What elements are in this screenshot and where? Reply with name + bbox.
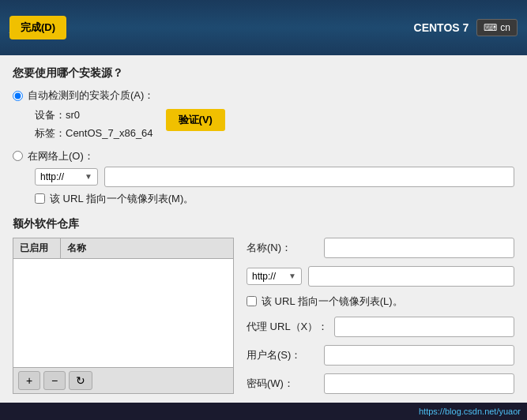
status-bar: https://blog.csdn.net/yuaor [0, 403, 527, 420]
source-question: 您要使用哪个安装源？ [13, 66, 514, 81]
keyboard-icon: ⌨ [484, 22, 497, 33]
detail-proxy-input[interactable] [334, 317, 514, 337]
chevron-down-icon: ▼ [85, 172, 92, 181]
detail-http-select[interactable]: http:// ▼ [247, 268, 302, 285]
remove-repo-button[interactable]: − [43, 371, 66, 390]
header-right: CENTOS 7 ⌨ cn [414, 19, 518, 36]
detail-chevron-down-icon: ▼ [288, 272, 296, 280]
main-content: 您要使用哪个安装源？ 自动检测到的安装介质(A)： 设备：sr0 标签：Cent… [0, 55, 527, 403]
device-label: 设备：sr0 [35, 106, 153, 124]
status-text: https://blog.csdn.net/yuaor [419, 407, 521, 416]
header: 安装源 完成(D) CENTOS 7 ⌨ cn [0, 0, 527, 55]
lang-badge[interactable]: ⌨ cn [476, 19, 518, 36]
add-repo-button[interactable]: + [18, 371, 40, 390]
lang-label: cn [500, 22, 510, 33]
device-lines: 设备：sr0 标签：CentOS_7_x86_64 [35, 106, 153, 143]
col-header-enabled: 已启用 [13, 238, 61, 258]
repos-list-footer: + − ↻ [13, 367, 233, 393]
detail-url-row: http:// ▼ [247, 266, 514, 287]
mirror-checkbox[interactable] [35, 193, 45, 204]
detail-mirror-row: 该 URL 指向一个镜像列表(L)。 [247, 294, 514, 309]
mirror-checkbox-row: 该 URL 指向一个镜像列表(M)。 [35, 192, 514, 206]
detail-username-row: 用户名(S)： [247, 345, 514, 366]
http-option-label: http:// [40, 171, 64, 182]
col-header-name: 名称 [61, 238, 233, 258]
detail-password-row: 密码(W)： [247, 373, 514, 394]
detail-password-label: 密码(W)： [247, 377, 318, 391]
detail-proxy-row: 代理 URL（X）： [247, 317, 514, 337]
detail-username-label: 用户名(S)： [247, 348, 318, 362]
detail-name-label: 名称(N)： [247, 241, 318, 255]
detail-username-input[interactable] [324, 345, 514, 366]
repos-list-panel: 已启用 名称 + − ↻ [13, 238, 234, 394]
http-protocol-select[interactable]: http:// ▼ [35, 168, 98, 186]
done-button[interactable]: 完成(D) [9, 16, 66, 39]
verify-button[interactable]: 验证(V) [166, 109, 225, 131]
url-input[interactable] [104, 167, 514, 187]
repos-list-body [13, 259, 233, 367]
network-url-row: http:// ▼ [35, 167, 514, 187]
detail-url-input[interactable] [308, 266, 514, 287]
detail-password-input[interactable] [324, 373, 514, 394]
repos-area: 已启用 名称 + − ↻ 名称(N)： [13, 238, 514, 394]
auto-detect-label: 自动检测到的安装介质(A)： [28, 88, 154, 103]
detail-name-input[interactable] [324, 238, 514, 258]
detail-proxy-label: 代理 URL（X）： [247, 320, 328, 334]
detail-name-row: 名称(N)： [247, 238, 514, 258]
extra-repos-title: 额外软件仓库 [13, 217, 514, 231]
detail-http-option-label: http:// [252, 271, 276, 282]
detail-mirror-checkbox[interactable] [247, 296, 257, 306]
network-radio[interactable] [13, 151, 23, 161]
tag-label: 标签：CentOS_7_x86_64 [35, 124, 153, 142]
network-radio-item: 在网络上(O)： [13, 149, 514, 163]
network-label: 在网络上(O)： [28, 149, 94, 163]
device-info: 设备：sr0 标签：CentOS_7_x86_64 验证(V) [35, 106, 514, 143]
radio-group: 自动检测到的安装介质(A)： 设备：sr0 标签：CentOS_7_x86_64… [13, 88, 514, 206]
refresh-repo-button[interactable]: ↻ [69, 371, 92, 390]
auto-detect-radio-item: 自动检测到的安装介质(A)： [13, 88, 514, 103]
auto-detect-radio[interactable] [13, 91, 23, 101]
detail-mirror-label: 该 URL 指向一个镜像列表(L)。 [262, 294, 403, 309]
repos-list-header: 已启用 名称 [13, 238, 233, 259]
mirror-label: 该 URL 指向一个镜像列表(M)。 [50, 192, 194, 206]
repos-detail-panel: 名称(N)： http:// ▼ 该 URL 指向一个镜像列表(L)。 [234, 238, 514, 394]
centos-label: CENTOS 7 [414, 21, 469, 34]
extra-repos-section: 额外软件仓库 已启用 名称 + − ↻ 名称(N)： [13, 217, 514, 394]
